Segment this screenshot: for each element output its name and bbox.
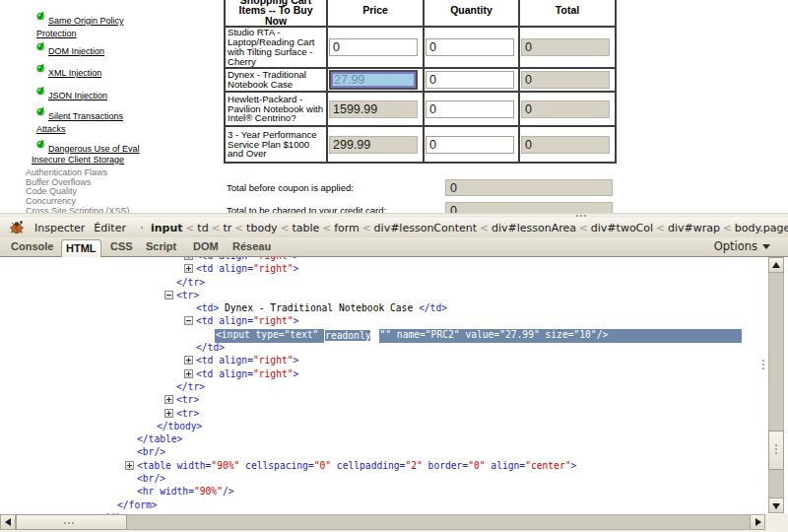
breadcrumb-item[interactable]: td: [197, 222, 208, 234]
lesson-link[interactable]: Silent Transactions Attacks: [36, 111, 123, 134]
total-value-input[interactable]: [445, 179, 613, 196]
side-panel-splitter[interactable]: [760, 257, 768, 513]
breadcrumb-item[interactable]: div#wrap: [668, 222, 720, 234]
breadcrumb-item[interactable]: table: [292, 222, 319, 234]
tree-row[interactable]: </tbody>: [0, 420, 768, 432]
tree-row-markup: </table>: [0, 432, 182, 445]
expand-toggle[interactable]: [164, 409, 173, 418]
breadcrumb-separator: <: [723, 222, 732, 233]
right-arrow-icon: [755, 518, 761, 526]
firebug-tab-console[interactable]: Console: [11, 237, 53, 256]
tag-markup-text: <td align=: [196, 368, 253, 379]
scroll-left-button[interactable]: [0, 514, 16, 530]
grip-dot: [576, 215, 578, 217]
up-arrow-icon: [772, 262, 780, 268]
quantity-input[interactable]: [426, 100, 514, 118]
price-input[interactable]: [329, 38, 418, 56]
lesson-link[interactable]: XML Injection: [48, 68, 101, 78]
firebug-icon[interactable]: [8, 220, 26, 235]
lesson-link[interactable]: JSON Injection: [48, 91, 107, 100]
firebug-tab-html[interactable]: HTML: [61, 239, 101, 257]
tag-markup-text: >: [294, 257, 299, 261]
attr-value-text: "right": [253, 355, 294, 366]
options-menu[interactable]: Options: [714, 237, 770, 256]
total-input[interactable]: [521, 38, 610, 56]
quantity-input[interactable]: [426, 136, 514, 154]
tree-row[interactable]: <td align="right">: [0, 354, 768, 366]
total-input[interactable]: [521, 136, 610, 154]
tree-row[interactable]: <tr>: [0, 393, 768, 406]
lesson-menu-item: Insecure Client Storage: [32, 154, 136, 166]
attribute-name-editor[interactable]: readonly: [324, 328, 379, 343]
firebug-tab-script[interactable]: Script: [146, 237, 176, 256]
tree-row[interactable]: <hr width="90%"/>: [0, 485, 768, 498]
attr-value-text: "right": [253, 257, 294, 261]
tree-row[interactable]: <td align="right">: [0, 262, 768, 275]
tree-row[interactable]: </td>: [0, 341, 768, 354]
price-input[interactable]: [329, 136, 418, 154]
cart-item-name: Dynex - Traditional Notebook Case: [225, 68, 327, 92]
price-input[interactable]: [329, 70, 418, 90]
expand-toggle[interactable]: [184, 369, 193, 378]
tree-row[interactable]: <br/>: [0, 472, 768, 485]
firebug-tab-css[interactable]: CSS: [110, 237, 133, 256]
tag-markup-text: </td>: [196, 342, 225, 353]
collapse-toggle[interactable]: [164, 291, 173, 299]
firebug-tab-dom[interactable]: DOM: [193, 237, 219, 256]
breadcrumb-item[interactable]: input: [151, 222, 183, 234]
expand-toggle[interactable]: [184, 264, 193, 273]
quantity-input[interactable]: [426, 38, 514, 56]
tree-row[interactable]: <table width="90%" cellspacing="0" cellp…: [0, 459, 768, 472]
attr-value-text: "0": [314, 460, 331, 471]
breadcrumb-item[interactable]: div#twoCol: [591, 222, 653, 234]
lesson-link[interactable]: Dangerous Use of Eval: [48, 144, 140, 154]
tag-markup-text: cellpadding=: [331, 460, 405, 471]
screen: Same Origin Policy ProtectionDOM Injecti…: [0, 0, 788, 532]
tag-markup-text: >: [294, 315, 299, 326]
tree-row[interactable]: </table>: [0, 432, 768, 445]
tree-row[interactable]: <tr>: [0, 407, 768, 420]
inspect-button[interactable]: Inspecter: [34, 222, 85, 234]
price-input[interactable]: [329, 100, 418, 118]
total-input[interactable]: [521, 100, 610, 118]
expand-toggle[interactable]: [125, 461, 134, 470]
scroll-down-button[interactable]: [768, 498, 784, 513]
lesson-link[interactable]: DOM Injection: [48, 46, 104, 56]
scroll-right-button[interactable]: [750, 514, 765, 530]
breadcrumb-item[interactable]: div#lessonContent: [374, 222, 478, 234]
tree-row[interactable]: <td align="right">: [0, 367, 768, 380]
breadcrumb-item[interactable]: div#lessonArea: [492, 222, 576, 234]
edit-button[interactable]: Éditer: [94, 222, 126, 234]
expand-toggle[interactable]: [184, 356, 193, 365]
tag-markup-text: <td>: [196, 302, 219, 313]
splitter-grip: [762, 360, 764, 371]
total-value-input[interactable]: [445, 202, 613, 213]
grip-dot: [72, 522, 74, 524]
breadcrumb-item[interactable]: tbody: [246, 222, 278, 234]
lesson-link[interactable]: Same Origin Policy Protection: [36, 16, 124, 38]
firebug-tab-réseau[interactable]: Réseau: [232, 237, 271, 256]
tree-row[interactable]: <td align="right">: [0, 314, 768, 327]
scroll-up-button[interactable]: [768, 257, 784, 273]
vertical-scrollbar-thumb[interactable]: [768, 431, 784, 470]
firebug-toolbar: Inspecter Éditer input<td<tr<tbody<table…: [0, 218, 788, 237]
expand-toggle[interactable]: [164, 395, 173, 404]
tree-row-markup: <td align="right">: [0, 367, 298, 380]
breadcrumb-item[interactable]: tr: [223, 222, 231, 234]
lesson-link[interactable]: Insecure Client Storage: [32, 155, 124, 165]
tree-row[interactable]: </tr>: [0, 276, 768, 289]
total-input[interactable]: [521, 71, 610, 89]
cart-row: 3 - Year Performance Service Plan $1000 …: [225, 126, 616, 163]
quantity-input[interactable]: [426, 71, 514, 89]
tree-row-selected[interactable]: <input type="text" readonly"" name="PRC2…: [0, 328, 768, 341]
tree-row[interactable]: <br/>: [0, 445, 768, 458]
tree-row[interactable]: </tr>: [0, 380, 768, 393]
breadcrumb-item[interactable]: form: [334, 222, 360, 234]
tree-row[interactable]: <td> Dynex - Traditional Notebook Case <…: [0, 301, 768, 314]
horizontal-scrollbar-thumb[interactable]: [16, 514, 127, 530]
expand-toggle[interactable]: [184, 257, 193, 260]
collapse-toggle[interactable]: [184, 316, 193, 325]
tree-row[interactable]: <tr>: [0, 289, 768, 301]
tree-row[interactable]: </form>: [0, 499, 768, 511]
breadcrumb-item[interactable]: body.page: [735, 222, 788, 234]
